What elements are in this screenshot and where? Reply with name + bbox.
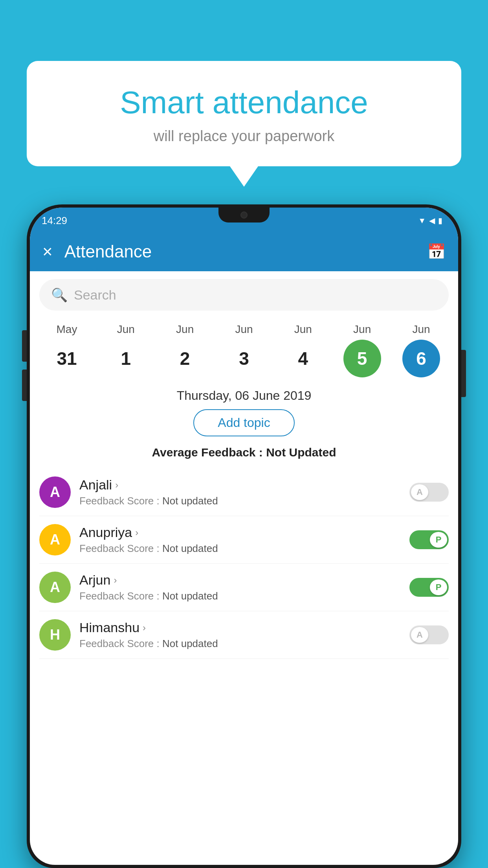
cal-month-6: Jun [412, 323, 430, 336]
phone-frame: 14:29 ▼ ◀ ▮ × Attendance 📅 🔍 Search May … [27, 204, 461, 868]
student-item-anjali[interactable]: A Anjali › Feedback Score : Not updated … [39, 469, 449, 516]
app-title: Attendance [64, 242, 427, 261]
student-item-himanshu[interactable]: H Himanshu › Feedback Score : Not update… [39, 611, 449, 659]
cal-day-2[interactable]: Jun 2 [158, 323, 213, 377]
cal-date-2[interactable]: 2 [166, 340, 204, 377]
phone-notch [218, 208, 270, 223]
cal-month-0: May [57, 323, 77, 336]
toggle-knob-anupriya: P [430, 532, 447, 548]
student-list: A Anjali › Feedback Score : Not updated … [30, 469, 458, 659]
app-bar: × Attendance 📅 [30, 232, 458, 271]
chevron-icon: › [135, 527, 138, 538]
bubble-title: Smart attendance [50, 85, 438, 121]
status-time: 14:29 [42, 215, 67, 227]
chevron-icon: › [115, 480, 118, 491]
calendar-icon[interactable]: 📅 [427, 243, 446, 260]
toggle-knob-himanshu: A [411, 627, 428, 643]
student-name-anjali: Anjali › [79, 477, 409, 493]
student-avatar-anjali: A [39, 476, 71, 508]
add-topic-button[interactable]: Add topic [193, 409, 294, 436]
attendance-toggle-anjali[interactable]: A [409, 483, 449, 502]
selected-date: Thursday, 06 June 2019 [30, 377, 458, 409]
cal-day-0[interactable]: May 31 [39, 323, 94, 377]
battery-icon: ▮ [438, 216, 442, 225]
student-item-anupriya[interactable]: A Anupriya › Feedback Score : Not update… [39, 516, 449, 564]
cal-date-1[interactable]: 1 [107, 340, 145, 377]
add-topic-container: Add topic [30, 409, 458, 436]
toggle-knob-arjun: P [430, 579, 447, 595]
cal-date-5[interactable]: 5 [343, 340, 381, 377]
student-name-anupriya: Anupriya › [79, 525, 409, 540]
cal-date-6[interactable]: 6 [402, 340, 440, 377]
search-bar[interactable]: 🔍 Search [39, 279, 449, 311]
student-avatar-arjun: A [39, 572, 71, 603]
student-avatar-anupriya: A [39, 524, 71, 555]
cal-day-3[interactable]: Jun 3 [216, 323, 272, 377]
cal-month-2: Jun [176, 323, 194, 336]
cal-month-5: Jun [353, 323, 371, 336]
student-info-anupriya: Anupriya › Feedback Score : Not updated [79, 525, 409, 555]
attendance-toggle-himanshu[interactable]: A [409, 625, 449, 644]
cal-month-1: Jun [117, 323, 135, 336]
bubble-subtitle: will replace your paperwork [50, 128, 438, 145]
cal-day-4[interactable]: Jun 4 [275, 323, 330, 377]
avg-feedback-value: Not Updated [266, 446, 336, 459]
cal-day-1[interactable]: Jun 1 [98, 323, 153, 377]
cal-day-5[interactable]: Jun 5 [335, 323, 390, 377]
chevron-icon: › [114, 575, 117, 586]
toggle-knob-anjali: A [411, 484, 428, 500]
cal-date-4[interactable]: 4 [284, 340, 322, 377]
signal-icon: ◀ [429, 216, 435, 225]
phone-camera [240, 211, 248, 219]
student-score-anupriya: Feedback Score : Not updated [79, 542, 409, 555]
student-info-anjali: Anjali › Feedback Score : Not updated [79, 477, 409, 507]
cal-day-6[interactable]: Jun 6 [394, 323, 449, 377]
volume-down-button [22, 370, 27, 401]
student-score-himanshu: Feedback Score : Not updated [79, 638, 409, 650]
cal-month-3: Jun [235, 323, 253, 336]
average-feedback: Average Feedback : Not Updated [30, 446, 458, 459]
avg-feedback-label: Average Feedback : [152, 446, 262, 459]
search-placeholder: Search [74, 287, 116, 303]
speech-bubble: Smart attendance will replace your paper… [27, 61, 461, 166]
student-score-arjun: Feedback Score : Not updated [79, 590, 409, 602]
student-name-arjun: Arjun › [79, 572, 409, 588]
cal-date-3[interactable]: 3 [225, 340, 263, 377]
chevron-icon: › [143, 622, 146, 633]
attendance-toggle-arjun[interactable]: P [409, 578, 449, 597]
student-score-anjali: Feedback Score : Not updated [79, 495, 409, 507]
status-icons: ▼ ◀ ▮ [418, 216, 442, 225]
phone-screen: 14:29 ▼ ◀ ▮ × Attendance 📅 🔍 Search May … [30, 208, 458, 865]
student-info-himanshu: Himanshu › Feedback Score : Not updated [79, 620, 409, 650]
student-avatar-himanshu: H [39, 619, 71, 651]
cal-date-0[interactable]: 31 [48, 340, 86, 377]
search-icon: 🔍 [51, 287, 68, 303]
close-button[interactable]: × [42, 242, 53, 261]
student-item-arjun[interactable]: A Arjun › Feedback Score : Not updated P [39, 564, 449, 611]
speech-bubble-container: Smart attendance will replace your paper… [27, 61, 461, 166]
student-name-himanshu: Himanshu › [79, 620, 409, 635]
power-button [461, 350, 466, 397]
volume-up-button [22, 330, 27, 362]
student-info-arjun: Arjun › Feedback Score : Not updated [79, 572, 409, 602]
cal-month-4: Jun [294, 323, 312, 336]
attendance-toggle-anupriya[interactable]: P [409, 530, 449, 549]
calendar-strip: May 31 Jun 1 Jun 2 Jun 3 Jun 4 Jun 5 [30, 318, 458, 377]
wifi-icon: ▼ [418, 216, 426, 225]
